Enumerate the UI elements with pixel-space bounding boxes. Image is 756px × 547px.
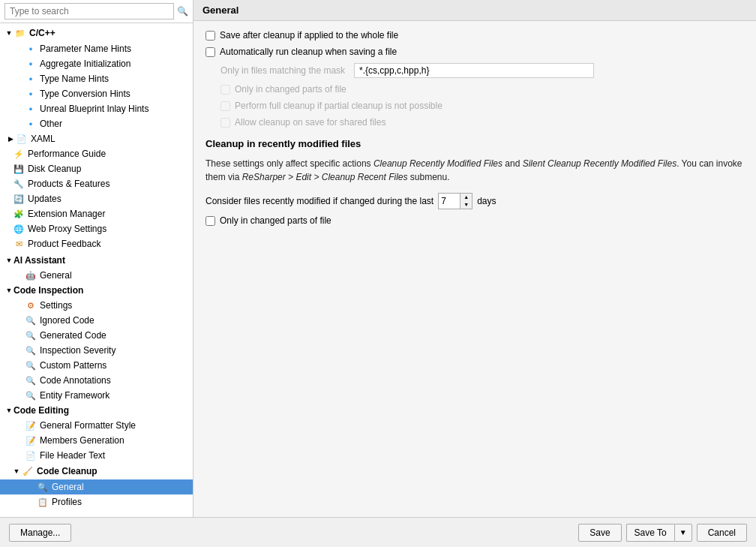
auto-run-cleanup-label[interactable]: Automatically run cleanup when saving a … <box>206 47 397 57</box>
tree-item-updates[interactable]: 🔄 Updates <box>0 191 193 206</box>
allow-cleanup-shared-checkbox[interactable] <box>220 118 230 128</box>
days-row: Consider files recently modified if chan… <box>206 193 744 209</box>
tree-item-proxy[interactable]: 🌐 Web Proxy Settings <box>0 221 193 236</box>
tree-item-insp-ignored[interactable]: 🔍 Ignored Code <box>0 313 193 328</box>
insp-ignored-icon: 🔍 <box>24 314 38 326</box>
allow-cleanup-shared-label[interactable]: Allow cleanup on save for shared files <box>220 117 386 128</box>
ai-general-label: General <box>40 270 72 281</box>
perform-full-cleanup-label[interactable]: Perform full cleanup if partial cleanup … <box>220 101 442 111</box>
tree: ▼ 📁 C/C++ 🔹 Parameter Name Hints 🔹 Aggre… <box>0 23 193 517</box>
tree-item-insp-annotations[interactable]: 🔍 Code Annotations <box>0 373 193 388</box>
tree-item-param-hints[interactable]: 🔹 Parameter Name Hints <box>0 41 193 56</box>
desc-italic3: ReSharper > Edit > Cleanup Recent Files <box>242 172 408 182</box>
days-spinner-buttons: ▲ ▼ <box>460 194 472 209</box>
tree-item-members[interactable]: 📝 Members Generation <box>0 433 193 448</box>
save-button[interactable]: Save <box>578 524 621 542</box>
disk-label: Disk Cleanup <box>28 164 81 174</box>
type-conv-hints-label: Type Conversion Hints <box>40 89 130 99</box>
insp-severity-label: Inspection Severity <box>40 345 116 356</box>
only-changed-parts-1-row: Only in changed parts of file <box>206 84 744 95</box>
tree-item-products[interactable]: 🔧 Products & Features <box>0 176 193 191</box>
days-spinner[interactable]: ▲ ▼ <box>438 193 472 209</box>
only-changed-parts-2-row: Only in changed parts of file <box>206 215 744 226</box>
tree-item-type-conv-hints[interactable]: 🔹 Type Conversion Hints <box>0 86 193 101</box>
recently-modified-description: These settings only affect specific acti… <box>206 157 744 184</box>
tree-item-insp-generated[interactable]: 🔍 Generated Code <box>0 328 193 343</box>
cleanup-general-label: General <box>52 482 84 492</box>
only-changed-parts-2-checkbox[interactable] <box>206 216 215 226</box>
type-conv-hints-icon: 🔹 <box>24 88 38 100</box>
tree-item-insp-entity[interactable]: 🔍 Entity Framework <box>0 388 193 403</box>
other-label: Other <box>40 119 62 129</box>
param-hints-label: Parameter Name Hints <box>40 44 131 54</box>
right-header: General <box>194 0 756 21</box>
right-header-title: General <box>202 5 238 16</box>
perform-full-cleanup-checkbox[interactable] <box>220 101 230 111</box>
manage-button[interactable]: Manage... <box>9 524 71 542</box>
save-to-dropdown-button[interactable]: ▼ <box>674 524 692 542</box>
tree-item-type-name-hints[interactable]: 🔹 Type Name Hints <box>0 71 193 86</box>
other-icon: 🔹 <box>24 118 38 130</box>
only-changed-parts-2-label[interactable]: Only in changed parts of file <box>206 215 332 226</box>
inspection-section-label: Code Inspection <box>14 285 83 296</box>
desc-part2: and <box>502 158 523 169</box>
prod-label: Products & Features <box>28 179 110 189</box>
only-changed-parts-1-label[interactable]: Only in changed parts of file <box>220 84 346 95</box>
ai-section-label: AI Assistant <box>14 255 65 266</box>
only-changed-parts-1-text: Only in changed parts of file <box>235 84 346 95</box>
search-input[interactable] <box>4 3 174 20</box>
editing-section-label: Code Editing <box>14 405 69 416</box>
insp-settings-icon: ⚙ <box>24 299 38 311</box>
type-name-hints-icon: 🔹 <box>24 73 38 85</box>
tree-item-xaml[interactable]: ▶ 📄 XAML <box>0 131 193 146</box>
tree-item-cleanup-general[interactable]: 🔍 General <box>0 479 193 494</box>
tree-item-insp-severity[interactable]: 🔍 Inspection Severity <box>0 343 193 358</box>
mask-input[interactable] <box>354 63 594 78</box>
tree-item-insp-settings[interactable]: ⚙ Settings <box>0 298 193 313</box>
days-value-input[interactable] <box>439 194 460 208</box>
xaml-arrow-icon: ▶ <box>6 135 15 143</box>
tree-item-insp-custom[interactable]: 🔍 Custom Patterns <box>0 358 193 373</box>
tree-item-header-text[interactable]: 📄 File Header Text <box>0 448 193 463</box>
search-icon[interactable]: 🔍 <box>177 6 188 17</box>
tree-item-agg-init[interactable]: 🔹 Aggregate Initialization <box>0 56 193 71</box>
save-after-cleanup-checkbox[interactable] <box>206 31 215 41</box>
desc-part4: submenu. <box>407 172 449 182</box>
only-changed-parts-1-checkbox[interactable] <box>220 85 230 95</box>
tree-item-unreal-hints[interactable]: 🔹 Unreal Blueprint Inlay Hints <box>0 101 193 116</box>
tree-item-ext[interactable]: 🧩 Extension Manager <box>0 206 193 221</box>
tree-item-cleanup-profiles[interactable]: 📋 Profiles <box>0 494 193 509</box>
tree-section-ai[interactable]: ▼ AI Assistant <box>0 253 193 268</box>
ai-arrow-icon: ▼ <box>4 257 14 264</box>
tree-section-cpp[interactable]: ▼ 📁 C/C++ <box>0 25 193 41</box>
insp-annotations-icon: 🔍 <box>24 374 38 386</box>
proxy-icon: 🌐 <box>12 223 26 235</box>
type-name-hints-label: Type Name Hints <box>40 74 109 84</box>
perform-full-cleanup-text: Perform full cleanup if partial cleanup … <box>235 101 442 111</box>
bottom-bar: Manage... Save Save To ▼ Cancel <box>0 517 756 547</box>
xaml-icon: 📄 <box>15 133 28 145</box>
tree-item-code-cleanup[interactable]: ▼ 🧹 Code Cleanup <box>0 463 193 479</box>
tree-section-inspection[interactable]: ▼ Code Inspection <box>0 283 193 298</box>
tree-item-feedback[interactable]: ✉ Product Feedback <box>0 236 193 251</box>
tree-item-ai-general[interactable]: 🤖 General <box>0 268 193 283</box>
auto-run-cleanup-checkbox[interactable] <box>206 47 215 57</box>
save-after-cleanup-label[interactable]: Save after cleanup if applied to the who… <box>206 30 398 41</box>
cancel-button[interactable]: Cancel <box>697 524 747 542</box>
days-increment-button[interactable]: ▲ <box>460 194 472 201</box>
unreal-hints-icon: 🔹 <box>24 103 38 115</box>
tree-item-other[interactable]: 🔹 Other <box>0 116 193 131</box>
tree-item-formatter[interactable]: 📝 General Formatter Style <box>0 418 193 433</box>
save-to-split-button: Save To ▼ <box>626 524 692 542</box>
save-to-button[interactable]: Save To <box>626 524 674 542</box>
code-cleanup-label: Code Cleanup <box>37 466 98 476</box>
cleanup-profiles-label: Profiles <box>52 497 82 507</box>
recently-modified-section: Cleanup in recently modified files <box>206 138 744 149</box>
formatter-label: General Formatter Style <box>40 420 136 431</box>
tree-item-disk[interactable]: 💾 Disk Cleanup <box>0 161 193 176</box>
days-decrement-button[interactable]: ▼ <box>460 201 472 209</box>
bottom-left: Manage... <box>9 524 71 542</box>
param-hints-icon: 🔹 <box>24 43 38 55</box>
tree-section-editing[interactable]: ▼ Code Editing <box>0 403 193 418</box>
tree-item-perf[interactable]: ⚡ Performance Guide <box>0 146 193 161</box>
